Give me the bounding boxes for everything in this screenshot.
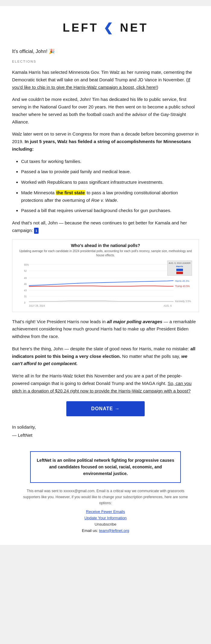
closing-section: In solidarity, — LeftNet xyxy=(12,423,199,439)
closing-line-1: In solidarity, xyxy=(12,423,199,431)
list-item: Made Minnesota the first state to pass a… xyxy=(21,189,199,204)
paragraph-5: That's right! Vice President Harris now … xyxy=(12,318,199,340)
logo: LEFT ❮ NET xyxy=(12,21,199,34)
svg-text:31: 31 xyxy=(24,295,27,298)
footer-email-notice: This email was sent to xxxxxx@gmail.com.… xyxy=(12,488,199,506)
svg-text:52: 52 xyxy=(24,270,27,272)
logo-chevron: ❮ xyxy=(103,21,120,34)
polling-chart: Who's ahead in the national polls? Updat… xyxy=(12,239,199,312)
footer-contact: Email us: team@leftnet.org xyxy=(12,528,199,533)
list-item: Passed a bill that requires universal ba… xyxy=(21,207,199,214)
svg-text:43: 43 xyxy=(24,289,27,292)
list-item: Worked with Republicans to pass signific… xyxy=(21,179,199,186)
contact-email-link[interactable]: team@leftnet.org xyxy=(99,528,129,533)
greeting-text: It's official, John! 🎉 xyxy=(12,48,199,54)
unsubscribe-link[interactable]: Unsubscribe xyxy=(12,522,199,527)
donate-button[interactable]: DONATE → xyxy=(66,401,145,416)
list-item: Cut taxes for working families. xyxy=(21,158,199,165)
chart-svg: 55% 52 49 46 43 31 3 xyxy=(19,260,192,308)
harris-bar xyxy=(176,269,183,271)
footer-links: Receive Fewer Emails Update Your Informa… xyxy=(12,509,199,527)
leader-label: AUG. 6, 2024 LEADER xyxy=(169,262,191,264)
email-container: LEFT ❮ NET It's official, John! 🎉 ELECTI… xyxy=(0,6,211,545)
svg-text:JULY 28, 2024: JULY 28, 2024 xyxy=(29,304,45,307)
svg-text:Harris 45.3%: Harris 45.3% xyxy=(175,280,189,282)
paragraph-7: We're all in for the Harris-Walz ticket … xyxy=(12,372,199,395)
receive-fewer-emails-link[interactable]: Receive Fewer Emails xyxy=(12,509,199,514)
svg-text:AUG. 6: AUG. 6 xyxy=(164,304,172,307)
svg-text:46: 46 xyxy=(24,283,27,286)
paragraph-4: And that's not all, John — because the n… xyxy=(12,219,199,234)
svg-text:Trump 43.5%: Trump 43.5% xyxy=(175,285,190,288)
svg-text:Kennedy 3.5%: Kennedy 3.5% xyxy=(175,300,191,303)
category-label: ELECTIONS xyxy=(12,60,199,63)
paragraph-1: Kamala Harris has selected Minnesota Gov… xyxy=(12,69,199,91)
leader-name: Harris xyxy=(176,265,183,268)
svg-text:3: 3 xyxy=(24,301,25,304)
trump-bar xyxy=(176,272,183,274)
paragraph-3: Walz later went on to serve in Congress … xyxy=(12,130,199,153)
chart-title: Who's ahead in the national polls? xyxy=(16,243,195,248)
svg-text:55%: 55% xyxy=(24,263,29,266)
list-item: Passed a law to provide paid family and … xyxy=(21,168,199,176)
closing-line-2: — LeftNet xyxy=(12,431,199,439)
svg-text:49: 49 xyxy=(24,277,27,279)
number-badge: 1 xyxy=(34,228,38,234)
paragraph-2: And we couldn't be more excited, John! T… xyxy=(12,96,199,126)
logo-left: LEFT xyxy=(63,21,99,34)
roe-wade-text: Roe v. Wade xyxy=(91,198,117,203)
accomplishments-list: Cut taxes for working families. Passed a… xyxy=(21,158,199,215)
chart-subtitle: Updating average for each candidate in 2… xyxy=(16,249,195,258)
footer-org-box: LeftNet is an online political network f… xyxy=(30,451,181,483)
highlight-first-state: the first state xyxy=(56,190,85,195)
email-header: LEFT ❮ NET xyxy=(12,15,199,42)
footer-org-description: LeftNet is an online political network f… xyxy=(37,458,174,476)
logo-right: NET xyxy=(120,21,148,34)
chart-leader-box: AUG. 6, 2024 LEADER Harris xyxy=(167,261,192,276)
chart-graphic: AUG. 6, 2024 LEADER Harris 55% 52 49 46 … xyxy=(19,260,192,308)
update-info-link[interactable]: Update Your Information xyxy=(12,516,199,520)
paragraph-6: But here's the thing, John — despite the… xyxy=(12,345,199,367)
